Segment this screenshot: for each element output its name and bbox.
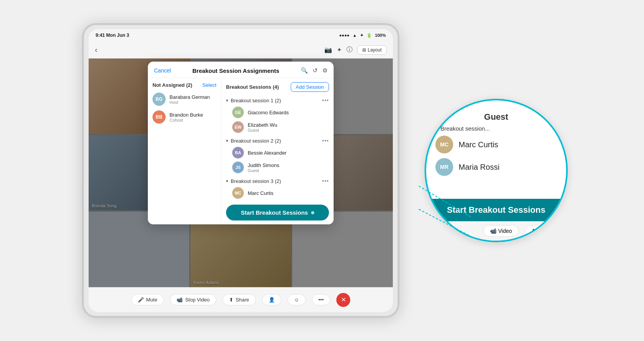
modal-header: Cancel Breakout Session Assignments 🔍 ↺ …	[148, 62, 334, 78]
info-icon: ⓘ	[346, 46, 353, 54]
participant-item: BG Barabara German Host	[148, 90, 221, 108]
wifi-icon: ▲	[353, 33, 357, 38]
avatar-brandon: BB	[152, 110, 166, 124]
session-menu-icon[interactable]: •••	[322, 178, 329, 184]
participant-role: Host	[170, 100, 210, 105]
more-button[interactable]: •••	[312, 294, 331, 305]
camera-icon: 📷	[324, 46, 332, 53]
status-time: 9:41 Mon Jun 3	[96, 33, 129, 38]
mic-icon: 🎤	[138, 297, 144, 303]
share-button[interactable]: ⬆ Share	[223, 294, 256, 305]
battery-pct: 100%	[375, 33, 386, 38]
participant-name: Barabara German	[170, 94, 210, 100]
modal-title: Breakout Session Assignments	[192, 67, 279, 74]
session-group-3: ▾ Breakout session 3 (2) ••• MC Marc Cur…	[221, 175, 334, 202]
participant-name: Brandon Burke	[170, 112, 203, 118]
end-call-icon: ✕	[341, 296, 346, 303]
not-assigned-panel: Not Assigned (2) Select BG Barabara Germ…	[148, 78, 221, 224]
end-call-button[interactable]: ✕	[336, 293, 350, 307]
emoji-button[interactable]: ☺	[288, 294, 306, 305]
status-bar: 9:41 Mon Jun 3 ●●●● ▲ ✦ 🔋 100%	[89, 29, 393, 41]
chevron-icon: ▾	[226, 138, 228, 143]
signal-icon: ●●●●	[339, 33, 349, 38]
ipad-screen: 9:41 Mon Jun 3 ●●●● ▲ ✦ 🔋 100% ‹ 📷 ✦ ⓘ ⊞…	[89, 29, 393, 312]
settings-icon[interactable]: ⚙	[322, 67, 327, 74]
zoom-member-maria: MR Maria Rossi	[435, 156, 557, 178]
sessions-title: Breakout Sessions (4)	[226, 84, 279, 90]
video-icon: 📹	[176, 297, 183, 303]
session-name: Breakout session 3 (2)	[231, 178, 320, 184]
participants-button[interactable]: 👤	[262, 294, 281, 305]
avatar-giacomo: GE	[232, 107, 244, 118]
layout-button[interactable]: ⊞ Layout	[357, 45, 387, 55]
session-member: BA Bessie Alexander	[221, 145, 334, 160]
session-member: JS Judith Simons Guest	[221, 160, 334, 175]
avatar-elizabeth: EW	[232, 121, 244, 133]
cancel-button[interactable]: Cancel	[154, 67, 171, 74]
session-name: Breakout session 1 (2)	[231, 98, 320, 103]
not-assigned-title: Not Assigned (2)	[152, 82, 192, 88]
session-name: Breakout session 2 (2)	[231, 138, 320, 144]
participant-list: BG Barabara German Host BB	[148, 90, 221, 224]
stop-video-button[interactable]: 📹 Stop Video	[170, 294, 216, 305]
people-icon: 👤	[269, 297, 275, 303]
member-name: Marc Curtis	[248, 190, 273, 196]
session-menu-icon[interactable]: •••	[322, 138, 329, 144]
zoom-share-icon: ⬆	[531, 228, 536, 234]
session-menu-icon[interactable]: •••	[322, 97, 329, 103]
zoom-start-breakout-button[interactable]: Start Breakout Sessions	[426, 199, 566, 221]
nav-bar: ‹ 📷 ✦ ⓘ ⊞ Layout	[89, 41, 393, 59]
participant-item: BB Brandon Burke Cohost	[148, 108, 221, 126]
session-group-1: ▾ Breakout session 1 (2) ••• GE Giacomo …	[221, 94, 334, 134]
member-name: Judith Simons	[248, 162, 279, 168]
session-group-2: ▾ Breakout session 2 (2) ••• BA Bessie A…	[221, 134, 334, 175]
modal-overlay: Cancel Breakout Session Assignments 🔍 ↺ …	[89, 59, 393, 287]
start-breakout-button[interactable]: Start Breakout Sessions	[226, 205, 329, 220]
breakout-sessions-panel: Breakout Sessions (4) Add Session ▾ Brea…	[221, 78, 334, 224]
start-btn-indicator	[311, 211, 314, 214]
sessions-list: ▾ Breakout session 1 (2) ••• GE Giacomo …	[221, 94, 334, 202]
zoom-bottom-bar: 📹 Video ⬆ Share	[426, 221, 566, 241]
member-name: Bessie Alexander	[248, 150, 286, 156]
search-icon[interactable]: 🔍	[301, 67, 308, 74]
avatar-bessie: BA	[232, 147, 244, 158]
zoom-video-button[interactable]: 📹 Video	[483, 225, 518, 237]
avatar-barabara: BG	[152, 93, 166, 106]
chevron-icon: ▾	[226, 179, 228, 184]
zoom-circle: Guest ▾ Breakout session... MC Marc Curt…	[425, 99, 568, 242]
session-member: MC Marc Curtis	[221, 186, 334, 200]
participant-role: Cohost	[170, 118, 203, 122]
breakout-modal: Cancel Breakout Session Assignments 🔍 ↺ …	[148, 62, 334, 224]
mute-button[interactable]: 🎤 Mute	[131, 294, 164, 305]
battery-icon: 🔋	[367, 33, 372, 38]
zoom-guest-label: Guest	[435, 108, 557, 122]
member-name: Elizabeth Wu	[248, 122, 277, 128]
modal-body: Not Assigned (2) Select BG Barabara Germ…	[148, 78, 334, 224]
zoom-chevron-icon: ▾	[435, 126, 438, 132]
zoom-member-name-marc: Marc Curtis	[459, 140, 498, 149]
select-button[interactable]: Select	[202, 82, 216, 88]
avatar-judith: JS	[232, 162, 244, 173]
zoom-section-title: Breakout session...	[440, 125, 490, 132]
bluetooth-nav-icon: ✦	[337, 46, 342, 53]
more-icon: •••	[319, 297, 324, 303]
back-button[interactable]: ‹	[95, 45, 98, 54]
zoom-share-button[interactable]: ⬆ Share	[525, 225, 558, 237]
zoom-video-icon: 📹	[490, 228, 497, 234]
layout-grid-icon: ⊞	[362, 47, 366, 53]
ipad-frame: 9:41 Mon Jun 3 ●●●● ▲ ✦ 🔋 100% ‹ 📷 ✦ ⓘ ⊞…	[82, 23, 399, 318]
member-name: Giacomo Edwards	[248, 110, 289, 115]
emoji-icon: ☺	[294, 297, 299, 303]
chevron-icon: ▾	[226, 98, 228, 103]
avatar-marc: MC	[232, 187, 244, 199]
bottom-toolbar: 🎤 Mute 📹 Stop Video ⬆ Share 👤 ☺ ••• ✕	[89, 287, 393, 312]
share-icon: ⬆	[229, 297, 233, 303]
add-session-button[interactable]: Add Session	[291, 82, 329, 92]
session-member: EW Elizabeth Wu Guest	[221, 120, 334, 134]
bluetooth-icon: ✦	[360, 33, 363, 38]
zoom-member-name-maria: Maria Rossi	[459, 163, 500, 172]
refresh-icon[interactable]: ↺	[313, 67, 318, 74]
member-role: Guest	[248, 168, 279, 173]
start-btn-container: Start Breakout Sessions	[221, 202, 334, 224]
zoom-avatar-marc: MC	[435, 136, 453, 153]
